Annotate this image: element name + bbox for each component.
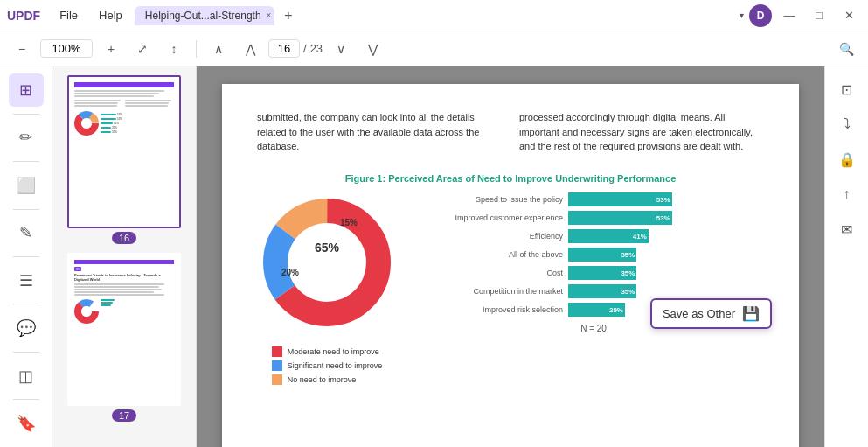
- total-pages: 23: [310, 42, 323, 55]
- scroll-bottom-button[interactable]: ⋁: [359, 36, 385, 62]
- sidebar-divider-4: [13, 256, 39, 257]
- pdf-page: submitted, the company can look into all…: [222, 84, 799, 447]
- sidebar-icon-highlight[interactable]: ✏: [9, 121, 44, 154]
- fit-full-button[interactable]: ⤢: [129, 36, 156, 62]
- sidebar-icon-forms[interactable]: ☰: [9, 264, 44, 297]
- page-separator: /: [303, 42, 307, 55]
- tab-close-button[interactable]: ×: [267, 10, 272, 20]
- zoom-out-button[interactable]: −: [9, 36, 35, 62]
- sidebar-divider-7: [13, 399, 39, 400]
- close-button[interactable]: ✕: [837, 3, 861, 28]
- legend-label-moderate: Moderate need to improve: [288, 347, 379, 356]
- bar-fill-speed: 53%: [568, 192, 672, 206]
- scroll-top-button[interactable]: ⋀: [237, 36, 263, 62]
- svg-text:65%: 65%: [315, 241, 340, 255]
- page-control: / 23: [268, 39, 323, 58]
- svg-text:15%: 15%: [340, 218, 358, 227]
- figure-title: Figure 1: Perceived Areas of Need to Imp…: [257, 173, 764, 184]
- legend-label-significant: Significant need to improve: [288, 361, 383, 370]
- legend-moderate: Moderate need to improve: [272, 346, 383, 357]
- app-chevron-icon[interactable]: ▾: [740, 10, 744, 20]
- sidebar-divider-5: [13, 304, 39, 304]
- bar-track-allabove: 35%: [568, 248, 764, 262]
- donut-chart: 65% 20% 15%: [257, 192, 397, 332]
- help-menu[interactable]: Help: [90, 5, 131, 25]
- bar-pct-riskselection: 29%: [609, 305, 623, 313]
- share-icon[interactable]: ↑: [831, 178, 863, 210]
- bar-fill-allabove: 35%: [568, 248, 636, 262]
- scroll-up-button[interactable]: ∧: [205, 36, 232, 62]
- sidebar-divider-6: [13, 352, 39, 353]
- page-number-input[interactable]: [268, 39, 300, 58]
- pdf-viewer[interactable]: submitted, the company can look into all…: [197, 66, 824, 447]
- legend-color-none: [272, 374, 282, 385]
- minimize-button[interactable]: —: [777, 3, 802, 28]
- bar-row-cost: Cost 35%: [423, 266, 764, 280]
- maximize-button[interactable]: □: [807, 3, 831, 28]
- bar-track-speed: 53%: [568, 192, 764, 206]
- svg-point-6: [81, 306, 92, 317]
- bar-label-customer: Improved customer experience: [423, 213, 563, 222]
- save-as-other-tooltip[interactable]: Save as Other 💾: [650, 298, 772, 329]
- avatar[interactable]: D: [749, 4, 772, 27]
- bar-label-riskselection: Improved risk selection: [423, 305, 563, 314]
- bar-label-allabove: All of the above: [423, 250, 563, 259]
- scroll-down-button[interactable]: ∨: [328, 36, 354, 62]
- save-icon: 💾: [742, 305, 760, 322]
- save-as-other-label: Save as Other: [663, 307, 735, 320]
- scan-icon[interactable]: ⊡: [831, 73, 863, 105]
- bar-pct-efficiency: 41%: [633, 232, 647, 240]
- zoom-input[interactable]: [40, 39, 93, 58]
- left-text-column: submitted, the company can look into all…: [257, 110, 502, 164]
- bar-fill-competition: 35%: [568, 284, 636, 298]
- legend-significant: Significant need to improve: [272, 360, 383, 371]
- thumbnail-image-17: 05 Prominent Trends in Insurance Industr…: [67, 253, 181, 406]
- thumbnail-page-17[interactable]: 05 Prominent Trends in Insurance Industr…: [67, 253, 181, 422]
- right-sidebar: ⊡ ⤵ 🔒 ↑ ✉: [824, 66, 868, 447]
- fit-height-button[interactable]: ↕: [161, 36, 187, 62]
- intro-text: submitted, the company can look into all…: [257, 110, 502, 154]
- file-menu[interactable]: File: [51, 5, 87, 25]
- legend: Moderate need to improve Significant nee…: [272, 346, 383, 385]
- sidebar-icon-comment[interactable]: 💬: [9, 311, 44, 345]
- bar-pct-customer: 53%: [656, 213, 670, 221]
- sidebar-icon-stamp[interactable]: ⬜: [9, 169, 44, 202]
- bar-fill-customer: 53%: [568, 211, 672, 225]
- toolbar: − + ⤢ ↕ ∧ ⋀ / 23 ∨ ⋁ 🔍: [0, 31, 868, 66]
- bar-fill-riskselection: 29%: [568, 303, 625, 317]
- legend-none: No need to improve: [272, 374, 383, 385]
- donut-chart-container: 65% 20% 15% Moderate need to improve: [257, 192, 397, 385]
- legend-color-significant: [272, 360, 282, 371]
- sidebar-icon-edit[interactable]: ✎: [9, 216, 44, 249]
- app-logo: UPDF: [7, 9, 40, 23]
- bar-track-customer: 53%: [568, 211, 764, 225]
- bar-pct-competition: 35%: [621, 287, 635, 295]
- lock-icon[interactable]: 🔒: [831, 143, 863, 175]
- sidebar-icon-bookmark[interactable]: 🔖: [9, 407, 44, 440]
- thumbnail-label-17: 17: [112, 409, 136, 422]
- bar-pct-cost: 35%: [621, 269, 635, 276]
- sidebar-icon-pages[interactable]: ⊞: [9, 73, 44, 107]
- legend-color-moderate: [272, 346, 282, 357]
- extract-icon[interactable]: ⤵: [831, 108, 863, 140]
- right-text-column: processed accordingly through digital me…: [519, 110, 764, 164]
- chart-area: 65% 20% 15% Moderate need to improve: [257, 192, 764, 385]
- svg-point-10: [288, 223, 366, 302]
- sidebar-divider-3: [13, 209, 39, 210]
- thumbnail-page-16[interactable]: 53% 53% 41%: [67, 75, 181, 244]
- sidebar-divider-2: [13, 161, 39, 162]
- bar-row-allabove: All of the above 35%: [423, 248, 764, 262]
- search-button[interactable]: 🔍: [833, 36, 859, 62]
- thumbnail-image-16: 53% 53% 41%: [67, 75, 181, 228]
- mail-icon[interactable]: ✉: [831, 213, 863, 245]
- bar-label-speed: Speed to issue the policy: [423, 195, 563, 204]
- document-tab[interactable]: Helping-Out...al-Strength ×: [135, 6, 274, 25]
- svg-point-3: [81, 118, 92, 129]
- left-sidebar: ⊞ ✏ ⬜ ✎ ☰ 💬 ◫ 🔖: [0, 66, 52, 447]
- sidebar-icon-layers[interactable]: ◫: [9, 360, 44, 393]
- right-tools: 🔍: [833, 36, 859, 62]
- bar-row-efficiency: Efficiency 41%: [423, 229, 764, 243]
- zoom-in-button[interactable]: +: [98, 36, 124, 62]
- bar-fill-efficiency: 41%: [568, 229, 649, 243]
- new-tab-button[interactable]: +: [278, 5, 299, 26]
